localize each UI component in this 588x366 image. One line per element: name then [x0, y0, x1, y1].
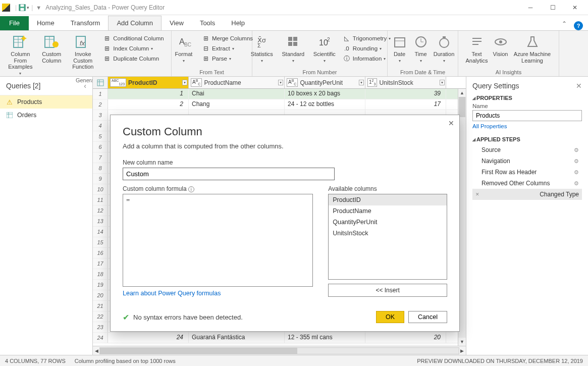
- column-header-productid[interactable]: ABC123ProductID▾: [108, 77, 189, 88]
- tab-view[interactable]: View: [162, 16, 192, 30]
- applied-step[interactable]: Source⚙: [472, 144, 582, 155]
- close-button[interactable]: ✕: [564, 0, 586, 15]
- tab-file[interactable]: File: [0, 16, 29, 30]
- date-button[interactable]: Date: [390, 33, 410, 64]
- queries-pane: Queries [2] ‹ ⚠ProductsOrders: [0, 77, 93, 355]
- ribbon-collapse-icon[interactable]: ⌃: [557, 17, 572, 30]
- information-button[interactable]: ⓘInformation: [341, 54, 393, 63]
- settings-close-icon[interactable]: ✕: [576, 82, 582, 90]
- vision-button[interactable]: Vision: [490, 33, 511, 59]
- svg-text:Σ: Σ: [257, 42, 261, 48]
- query-item-products[interactable]: ⚠Products: [0, 95, 92, 109]
- ok-button[interactable]: OK: [376, 311, 404, 323]
- statistics-button[interactable]: X̄σΣStatistics: [247, 33, 277, 64]
- available-column-item[interactable]: ProductID: [329, 194, 447, 205]
- help-icon[interactable]: ?: [574, 21, 583, 30]
- svg-point-10: [52, 41, 59, 47]
- calculator-icon: [285, 34, 301, 50]
- tab-transform[interactable]: Transform: [63, 16, 109, 30]
- gear-icon[interactable]: ⚙: [574, 147, 579, 153]
- table-sparkle-icon: [12, 34, 28, 50]
- insert-button[interactable]: << Insert: [328, 284, 447, 297]
- tab-help[interactable]: Help: [223, 16, 253, 30]
- calendar-icon: [392, 34, 408, 50]
- query-name-input[interactable]: [472, 110, 582, 121]
- info-icon: ⓘ: [343, 55, 351, 63]
- invoke-custom-function-button[interactable]: fx Invoke Custom Function: [68, 33, 98, 71]
- status-profiling: Column profiling based on top 1000 rows: [75, 358, 176, 364]
- scientific-button[interactable]: 102Scientific: [309, 33, 340, 64]
- conditional-column-button[interactable]: ⊞Conditional Column: [101, 34, 166, 43]
- name-label: Name: [472, 103, 582, 109]
- svg-rect-1: [21, 4, 24, 6]
- status-preview-date: PREVIEW DOWNLOADED ON THURSDAY, DECEMBER…: [417, 358, 583, 364]
- rounding-button[interactable]: .0Rounding: [341, 44, 393, 53]
- query-item-orders[interactable]: Orders: [0, 109, 92, 122]
- column-from-examples-button[interactable]: Column From Examples: [5, 33, 35, 77]
- applied-step[interactable]: Navigation⚙: [472, 155, 582, 167]
- minimize-button[interactable]: ─: [519, 0, 542, 15]
- title-bar: | ▾ | ▼ Analyzing_Sales_Data - Power Que…: [0, 0, 588, 15]
- duplicate-column-button[interactable]: ⊞Duplicate Column: [101, 54, 166, 63]
- custom-column-button[interactable]: Custom Column: [36, 33, 67, 65]
- check-icon: ✔: [123, 312, 129, 322]
- settings-header: Query Settings: [472, 82, 519, 90]
- table-corner-icon[interactable]: [93, 77, 108, 88]
- standard-button[interactable]: Standard: [278, 33, 308, 64]
- column-header-unitsinstock[interactable]: 123UnitsInStock▾: [365, 77, 446, 88]
- save-icon[interactable]: [19, 4, 26, 11]
- all-properties-link[interactable]: All Properties: [472, 123, 582, 129]
- menu-tabs: File Home Transform Add Column View Tool…: [0, 15, 588, 30]
- available-column-item[interactable]: ProductName: [329, 205, 447, 217]
- status-columns-rows: 4 COLUMNS, 77 ROWS: [5, 358, 66, 364]
- tab-tools[interactable]: Tools: [192, 16, 223, 30]
- group-label-from-datetime: From Date & Time: [400, 69, 445, 75]
- svg-rect-23: [395, 38, 405, 47]
- formula-textarea[interactable]: =: [123, 194, 313, 287]
- available-columns-list[interactable]: ProductIDProductNameQuantityPerUnitUnits…: [328, 194, 447, 280]
- text-analytics-button[interactable]: Text Analytics: [465, 33, 489, 65]
- new-column-name-input[interactable]: [123, 168, 335, 180]
- info-icon[interactable]: i: [188, 186, 194, 192]
- gear-icon[interactable]: ⚙: [574, 158, 579, 165]
- available-column-item[interactable]: QuantityPerUnit: [329, 217, 447, 228]
- svg-rect-35: [7, 112, 13, 118]
- extract-icon: ⊟: [202, 44, 210, 53]
- horizontal-scrollbar[interactable]: ◀ ▶: [93, 346, 466, 355]
- svg-text:fx: fx: [80, 39, 85, 47]
- ribbon: Column From Examples Custom Column fx In…: [0, 30, 588, 77]
- maximize-button[interactable]: ☐: [542, 0, 564, 15]
- applied-step[interactable]: Changed Type: [472, 189, 582, 200]
- group-label-ai-insights: AI Insights: [496, 69, 521, 75]
- hash-icon: ⊞: [103, 44, 111, 53]
- dialog-close-icon[interactable]: ✕: [448, 119, 454, 127]
- time-button[interactable]: Time: [411, 33, 431, 64]
- tab-add-column[interactable]: Add Column: [108, 16, 162, 30]
- syntax-status-text: No syntax errors have been detected.: [133, 313, 243, 321]
- svg-point-34: [499, 40, 502, 43]
- table-row[interactable]: 22Chang24 - 12 oz bottles17: [93, 99, 466, 110]
- gear-icon[interactable]: ⚙: [574, 180, 579, 187]
- applied-step[interactable]: First Row as Header⚙: [472, 167, 582, 178]
- parse-icon: ⊞: [202, 55, 210, 63]
- column-header-productname[interactable]: ABCProductName▾: [189, 77, 285, 88]
- column-header-quantityperunit[interactable]: ABCQuantityPerUnit▾: [285, 77, 365, 88]
- table-row[interactable]: 2424Guaraná Fantástica12 - 355 ml cans20: [93, 333, 466, 343]
- group-label-from-number: From Number: [303, 69, 337, 75]
- queries-collapse-icon[interactable]: ‹: [84, 82, 86, 90]
- index-column-button[interactable]: ⊞Index Column: [101, 44, 166, 53]
- available-column-item[interactable]: UnitsInStock: [329, 228, 447, 239]
- gear-icon[interactable]: ⚙: [574, 169, 579, 176]
- copy-icon: ⊞: [103, 55, 111, 63]
- fx-icon: fx: [75, 34, 91, 50]
- learn-formulas-link[interactable]: Learn about Power Query formulas: [123, 290, 313, 297]
- app-icon: [2, 4, 10, 12]
- applied-step[interactable]: Removed Other Columns⚙: [472, 178, 582, 189]
- table-row[interactable]: 11Chai10 boxes x 20 bags39: [93, 89, 466, 99]
- duration-button[interactable]: Duration: [432, 33, 456, 64]
- format-button[interactable]: ABC Format: [169, 33, 199, 64]
- azure-ml-button[interactable]: Azure Machine Learning: [512, 33, 553, 65]
- tab-home[interactable]: Home: [29, 16, 63, 30]
- cancel-button[interactable]: Cancel: [408, 311, 447, 323]
- trigonometry-button[interactable]: ◺Trigonometry: [341, 34, 393, 43]
